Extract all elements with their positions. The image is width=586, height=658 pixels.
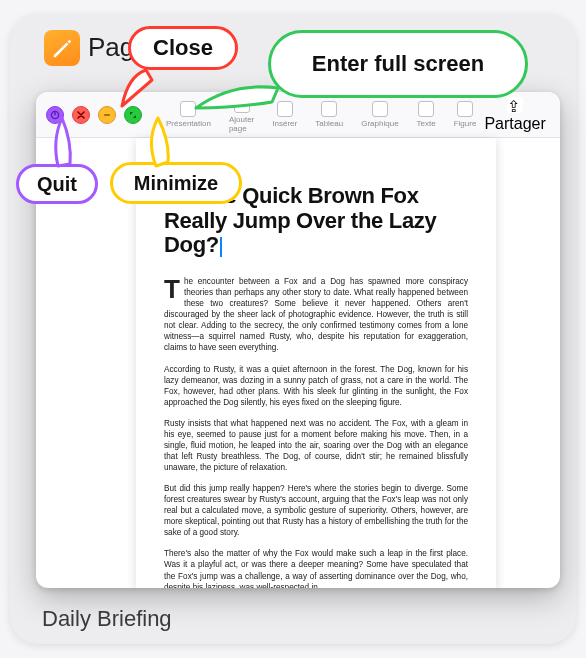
document-paragraph: According to Rusty, it was a quiet after… [164,364,468,408]
card-title: Daily Briefing [42,606,172,632]
fullscreen-button[interactable] [124,106,142,124]
document-paragraph: There's also the matter of why the Fox w… [164,548,468,588]
toolbar-item[interactable]: Figure [454,101,477,128]
svg-rect-2 [104,114,110,116]
close-button[interactable] [72,106,90,124]
pages-app-icon [44,30,80,66]
toolbar-item[interactable]: Graphique [361,101,398,128]
share-button[interactable]: ⇪Partager [484,97,545,133]
document-window: Présentation Ajouter page Insérer Tablea… [36,92,560,588]
toolbar-items: Présentation Ajouter page Insérer Tablea… [166,97,476,133]
share-icon: ⇪ [507,97,523,113]
svg-rect-1 [54,111,55,115]
document-page[interactable]: Daily Briefing Did the Quick Brown Fox R… [136,138,496,588]
toolbar-item[interactable]: Présentation [166,101,211,128]
app-name: Pag [88,32,134,63]
document-paragraph: Rusty insists that what happened next wa… [164,418,468,473]
toolbar-item[interactable]: Texte [417,101,436,128]
toolbar-item[interactable]: Ajouter page [229,97,254,133]
toolbar-item[interactable]: Tableau [315,101,343,128]
minimize-button[interactable] [98,106,116,124]
quit-button[interactable] [46,106,64,124]
document-kicker: Daily Briefing [164,164,468,180]
document-paragraph: The encounter between a Fox and a Dog ha… [164,276,468,353]
toolbar-right: ⇪Partager ❍Format ▭Document [484,97,560,133]
toolbar-item[interactable]: Insérer [272,101,297,128]
window-titlebar: Présentation Ajouter page Insérer Tablea… [36,92,560,138]
document-headline: Did the Quick Brown Fox Really Jump Over… [164,184,468,258]
document-paragraph: But did this jump really happen? Here's … [164,483,468,538]
